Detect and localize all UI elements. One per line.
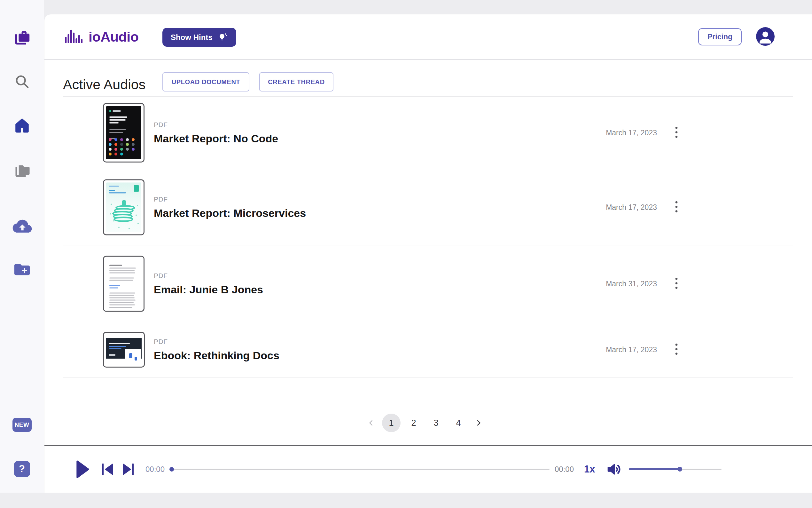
document-title: Market Report: Microservices bbox=[154, 207, 306, 219]
document-date: March 17, 2023 bbox=[606, 345, 657, 354]
sidebar-item-upload[interactable] bbox=[12, 217, 32, 237]
user-icon bbox=[756, 27, 775, 46]
document-thumbnail bbox=[103, 103, 144, 163]
briefcase-icon bbox=[13, 29, 31, 47]
volume-fill bbox=[629, 468, 680, 470]
document-title: Ebook: Rethinking Docs bbox=[154, 349, 279, 362]
brand-name: ioAudio bbox=[89, 29, 139, 45]
document-title: Market Report: No Code bbox=[154, 132, 278, 145]
brand-logo[interactable]: ioAudio bbox=[64, 29, 139, 45]
page-button-4[interactable]: 4 bbox=[449, 414, 468, 432]
document-info: PDF Email: Junie B Jones bbox=[154, 271, 263, 296]
sidebar-item-whats-new[interactable]: NEW bbox=[12, 418, 32, 432]
next-page-button[interactable] bbox=[472, 414, 486, 432]
elapsed-time: 00:00 bbox=[145, 465, 164, 474]
progress-slider[interactable] bbox=[171, 466, 550, 472]
chevron-right-icon bbox=[474, 419, 483, 427]
document-date: March 17, 2023 bbox=[606, 129, 657, 137]
sidebar-item-help[interactable]: ? bbox=[14, 461, 30, 477]
sidebar-item-folders[interactable] bbox=[13, 161, 31, 179]
row-menu-button[interactable] bbox=[673, 198, 680, 216]
sidebar-divider-bottom bbox=[0, 395, 44, 395]
new-badge: NEW bbox=[12, 418, 32, 432]
skip-previous-button[interactable] bbox=[101, 463, 113, 476]
row-menu-button[interactable] bbox=[673, 124, 680, 142]
play-button[interactable] bbox=[76, 460, 90, 478]
document-row[interactable]: PDF Market Report: Microservices March 1… bbox=[63, 169, 793, 245]
kebab-icon bbox=[674, 126, 678, 139]
skip-next-icon bbox=[123, 463, 135, 476]
speaker-icon bbox=[607, 462, 623, 477]
document-info: PDF Ebook: Rethinking Docs bbox=[154, 338, 279, 362]
create-thread-button[interactable]: CREATE THREAD bbox=[259, 72, 333, 91]
row-menu-button[interactable] bbox=[673, 275, 680, 292]
audio-player: 00:00 00:00 1x bbox=[44, 444, 812, 493]
show-hints-label: Show Hints bbox=[171, 33, 212, 42]
search-icon bbox=[14, 73, 30, 90]
pricing-button[interactable]: Pricing bbox=[698, 28, 742, 45]
app-window: NEW ? ioAudio Show Hints bbox=[0, 0, 812, 508]
waveform-logo-icon bbox=[64, 29, 84, 45]
sidebar-item-workspace[interactable] bbox=[13, 29, 31, 47]
volume-button[interactable] bbox=[607, 462, 623, 477]
show-hints-button[interactable]: Show Hints bbox=[162, 28, 236, 47]
progress-track bbox=[171, 469, 550, 470]
lightbulb-icon bbox=[217, 32, 228, 43]
skip-next-button[interactable] bbox=[123, 463, 135, 476]
document-type: PDF bbox=[154, 271, 263, 279]
chevron-left-icon bbox=[367, 419, 375, 427]
volume-slider[interactable] bbox=[629, 466, 721, 472]
main-content: ioAudio Show Hints Pricing bbox=[44, 14, 812, 493]
row-menu-button[interactable] bbox=[673, 341, 680, 358]
kebab-icon bbox=[674, 343, 678, 356]
home-icon bbox=[13, 117, 31, 134]
pagination: 1 2 3 4 bbox=[364, 414, 486, 432]
sidebar-divider bbox=[0, 58, 44, 58]
sidebar-item-home[interactable] bbox=[13, 117, 31, 134]
page-button-1[interactable]: 1 bbox=[382, 414, 400, 432]
volume-thumb[interactable] bbox=[677, 467, 682, 471]
document-row[interactable]: PDF Email: Junie B Jones March 31, 2023 bbox=[63, 245, 793, 322]
sidebar-item-new-folder[interactable] bbox=[13, 260, 31, 279]
document-list: PDF Market Report: No Code March 17, 202… bbox=[63, 96, 793, 378]
folder-plus-icon bbox=[13, 260, 31, 279]
sidebar-item-search[interactable] bbox=[14, 73, 30, 90]
play-icon bbox=[76, 460, 90, 478]
page-title: Active Audios bbox=[63, 77, 145, 92]
upload-document-button[interactable]: UPLOAD DOCUMENT bbox=[162, 72, 249, 91]
playback-speed-button[interactable]: 1x bbox=[584, 464, 595, 475]
document-type: PDF bbox=[154, 338, 279, 345]
document-title: Email: Junie B Jones bbox=[154, 283, 263, 296]
document-thumbnail bbox=[103, 256, 144, 311]
document-row[interactable]: PDF Market Report: No Code March 17, 202… bbox=[63, 97, 793, 169]
kebab-icon bbox=[674, 277, 678, 290]
progress-thumb[interactable] bbox=[170, 467, 174, 471]
skip-previous-icon bbox=[101, 463, 113, 476]
document-date: March 17, 2023 bbox=[606, 203, 657, 211]
folder-icon bbox=[13, 161, 31, 179]
page-button-3[interactable]: 3 bbox=[427, 414, 445, 432]
document-type: PDF bbox=[154, 121, 278, 129]
document-info: PDF Market Report: No Code bbox=[154, 121, 278, 145]
document-info: PDF Market Report: Microservices bbox=[154, 195, 306, 219]
sidebar: NEW ? bbox=[0, 0, 44, 493]
total-time: 00:00 bbox=[555, 465, 574, 474]
document-thumbnail bbox=[103, 332, 145, 368]
cloud-upload-icon bbox=[12, 217, 32, 237]
previous-page-button[interactable] bbox=[364, 414, 378, 432]
top-bar: ioAudio Show Hints Pricing bbox=[44, 14, 812, 60]
document-type: PDF bbox=[154, 195, 306, 203]
document-date: March 31, 2023 bbox=[606, 279, 657, 288]
help-icon: ? bbox=[14, 461, 30, 477]
document-row[interactable]: PDF Ebook: Rethinking Docs March 17, 202… bbox=[63, 322, 793, 378]
avatar[interactable] bbox=[756, 27, 775, 46]
page-button-2[interactable]: 2 bbox=[404, 414, 423, 432]
kebab-icon bbox=[674, 200, 678, 213]
document-thumbnail bbox=[103, 179, 144, 235]
